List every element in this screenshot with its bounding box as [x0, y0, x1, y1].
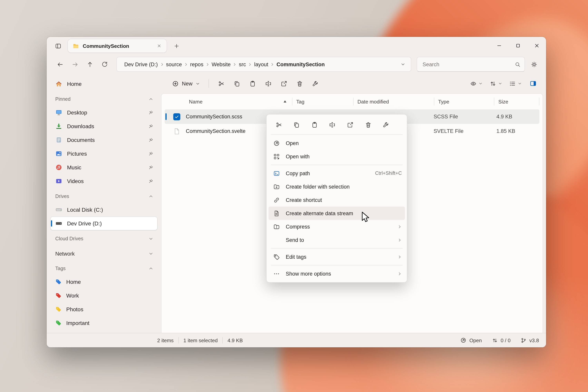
context-menu-item-show-more-options[interactable]: Show more options — [268, 267, 405, 280]
layout-button[interactable] — [506, 77, 525, 90]
pin-icon[interactable] — [148, 165, 153, 170]
breadcrumb-item[interactable]: src — [237, 60, 248, 68]
copy-button[interactable] — [229, 77, 244, 90]
sidebar-item-home[interactable]: Home — [50, 77, 157, 90]
status-git-sync[interactable]: 0 / 0 — [492, 337, 510, 343]
breadcrumb-item[interactable]: Website — [210, 60, 233, 68]
tab-list-button[interactable] — [52, 40, 64, 52]
cut-button[interactable] — [214, 77, 228, 90]
desktop: CommunitySection — [0, 0, 588, 392]
paste-button[interactable] — [245, 77, 260, 90]
sidebar-section-network[interactable]: Network — [50, 247, 157, 260]
sidebar-item-videos[interactable]: Videos — [50, 174, 157, 188]
context-menu-item-open[interactable]: Open — [268, 136, 405, 150]
sidebar-item-pictures[interactable]: Pictures — [50, 147, 157, 160]
copy-icon[interactable] — [290, 118, 303, 131]
context-menu-item-open-with[interactable]: Open with — [268, 150, 405, 163]
column-header-tag[interactable]: Tag — [292, 94, 354, 109]
sidebar-tag-important[interactable]: Important — [50, 316, 157, 330]
sidebar-section-pinned[interactable]: Pinned — [50, 93, 157, 106]
context-menu-item-edit-tags[interactable]: Edit tags — [268, 250, 405, 264]
details-layout-icon — [509, 80, 516, 87]
sidebar-item-downloads[interactable]: Downloads — [50, 120, 157, 133]
sidebar-item-label: Music — [67, 164, 144, 170]
context-menu-item-create-shortcut[interactable]: Create shortcut — [268, 193, 405, 206]
breadcrumb-item[interactable]: layout — [252, 60, 270, 68]
column-header-size[interactable]: Size — [494, 94, 540, 109]
row-checkbox[interactable] — [173, 113, 180, 120]
context-menu-quick-actions — [268, 116, 405, 133]
delete-icon[interactable] — [362, 118, 374, 131]
address-dropdown-button[interactable] — [398, 59, 408, 70]
sidebar-section-drives[interactable]: Drives — [50, 190, 157, 203]
context-menu-item-compress[interactable]: Compress — [268, 220, 405, 233]
chevron-down-icon — [148, 251, 153, 256]
sidebar-item-local-disk-c[interactable]: Local Disk (C:) — [50, 203, 157, 216]
breadcrumb-item[interactable]: source — [164, 60, 184, 68]
chevron-down-icon — [479, 82, 482, 86]
pin-icon[interactable] — [148, 124, 153, 129]
context-menu: Open Open with Copy path Ctrl+Shift+C Cr… — [266, 114, 407, 283]
paste-icon[interactable] — [308, 118, 321, 131]
forward-button[interactable] — [68, 58, 81, 70]
sidebar-item-music[interactable]: Music — [50, 161, 157, 174]
pin-icon[interactable] — [148, 110, 153, 115]
file-size: 4.9 KB — [496, 114, 512, 120]
cut-icon[interactable] — [272, 118, 285, 131]
menu-item-label: Copy path — [286, 170, 310, 176]
pin-icon[interactable] — [148, 138, 153, 142]
rename-button[interactable] — [261, 77, 276, 90]
context-menu-item-create-folder-with-selection[interactable]: Create folder with selection — [268, 180, 405, 193]
pin-icon[interactable] — [148, 151, 153, 156]
share-icon[interactable] — [344, 118, 356, 131]
breadcrumb-item[interactable]: repos — [188, 60, 206, 68]
column-header-type[interactable]: Type — [434, 94, 494, 109]
status-open-button[interactable]: Open — [460, 337, 482, 344]
context-menu-item-send-to[interactable]: Send to — [268, 233, 405, 246]
up-button[interactable] — [84, 58, 96, 70]
sidebar-item-label: Local Disk (C:) — [67, 206, 153, 213]
sidebar-item-dev-drive-d[interactable]: Dev Drive (D:) — [50, 217, 157, 230]
new-tab-button[interactable] — [170, 40, 182, 52]
new-button[interactable]: New — [168, 77, 204, 90]
section-label: Cloud Drives — [55, 236, 83, 242]
pin-icon[interactable] — [148, 178, 153, 184]
minimize-button[interactable] — [490, 37, 508, 54]
search-input[interactable] — [422, 61, 512, 68]
settings-gear-button[interactable] — [527, 58, 540, 71]
delete-button[interactable] — [292, 77, 307, 90]
close-button[interactable] — [527, 37, 546, 54]
sidebar-tag-photos[interactable]: Photos — [50, 302, 157, 316]
status-version[interactable]: v3.8 — [521, 337, 539, 343]
column-header-name[interactable]: Name — [165, 94, 292, 109]
properties-button[interactable] — [308, 77, 322, 90]
chevron-down-icon — [518, 82, 522, 86]
sort-button[interactable] — [486, 77, 505, 90]
rename-icon[interactable] — [326, 118, 339, 131]
share-button[interactable] — [276, 77, 291, 90]
preview-pane-toggle-button[interactable] — [526, 77, 540, 90]
sidebar-section-cloud-drives[interactable]: Cloud Drives — [50, 232, 157, 245]
menu-item-label: Create folder with selection — [286, 184, 350, 190]
column-header-date-modified[interactable]: Date modified — [354, 94, 434, 109]
context-menu-item-create-alternate-data-stream[interactable]: Create alternate data stream — [268, 206, 405, 220]
breadcrumb-item[interactable]: Dev Drive (D:) — [122, 60, 160, 68]
tab-communitysection[interactable]: CommunitySection — [68, 39, 166, 52]
breadcrumb-item-current[interactable]: CommunitySection — [274, 60, 327, 68]
refresh-button[interactable] — [98, 58, 111, 70]
sidebar-item-documents[interactable]: Documents — [50, 133, 157, 146]
sidebar-tag-work[interactable]: Work — [50, 289, 157, 302]
maximize-button[interactable] — [508, 37, 527, 54]
sidebar-tag-home[interactable]: Home — [50, 275, 157, 288]
tab-close-icon[interactable] — [155, 42, 164, 50]
file-name: CommunitySection.svelte — [186, 128, 246, 134]
properties-icon[interactable] — [380, 118, 392, 131]
sidebar-item-label: Dev Drive (D:) — [67, 220, 153, 226]
sidebar-item-desktop[interactable]: Desktop — [50, 106, 157, 119]
context-menu-item-copy-path[interactable]: Copy path Ctrl+Shift+C — [268, 166, 405, 180]
sidebar-section-tags[interactable]: Tags — [50, 262, 157, 275]
back-button[interactable] — [54, 58, 66, 70]
view-options-button[interactable] — [467, 77, 486, 90]
file-name: CommunitySection.scss — [186, 114, 242, 120]
preview-pane-icon — [530, 80, 537, 87]
